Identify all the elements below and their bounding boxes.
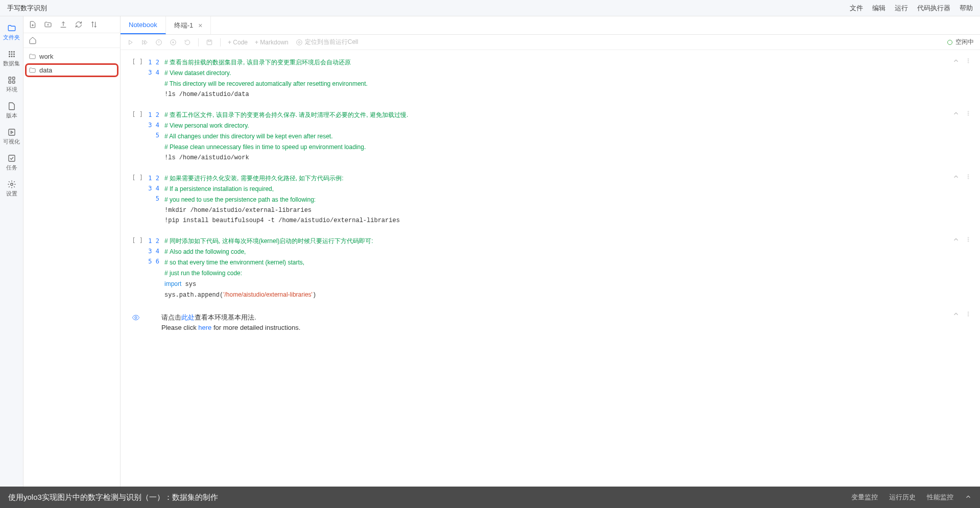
stop-icon[interactable] [155,39,162,46]
svg-point-27 [968,115,969,116]
collapse-icon[interactable] [952,110,960,117]
close-icon[interactable]: × [198,21,202,30]
svg-point-6 [9,56,10,57]
svg-rect-11 [9,81,11,84]
check-icon [7,154,16,163]
rail-item-grid[interactable]: 数据集 [0,45,23,71]
breadcrumb-home[interactable] [23,33,120,48]
tab-Notebook[interactable]: Notebook [121,16,166,34]
more-icon[interactable] [965,110,972,117]
run-icon[interactable] [127,39,134,46]
svg-point-36 [968,313,969,315]
line-numbers: 1 2 3 4 5 [146,173,164,226]
kernel-status-text: 空闲中 [955,38,974,46]
refresh-icon[interactable] [75,20,83,29]
bottom-var-monitor[interactable]: 变量监控 [851,493,878,502]
file-item-data[interactable]: data [26,64,118,77]
svg-rect-14 [9,155,15,161]
interrupt-icon[interactable] [170,39,177,46]
rail-item-doc[interactable]: 版本 [0,98,23,124]
new-folder-icon[interactable] [44,20,52,29]
rail-label: 环境 [6,86,17,93]
tabbar: Notebook终端-1× [121,16,980,35]
svg-point-0 [9,51,10,53]
cell-code[interactable]: # 查看当前挂载的数据集目录, 该目录下的变更重启环境后会自动还原 # View… [164,57,975,100]
sort-icon[interactable] [90,20,98,29]
rail-item-check[interactable]: 任务 [0,150,23,176]
svg-rect-9 [9,77,11,80]
svg-rect-12 [12,81,15,84]
notebook-toolbar: + Code + Markdown 定位到当前运行Cell 空闲中 [121,35,980,50]
grid-icon [7,50,16,59]
svg-rect-19 [207,40,211,44]
collapse-icon[interactable] [952,236,960,243]
doc-icon [7,102,16,111]
code-cell[interactable]: [ ]1 2 3 4# 查看当前挂载的数据集目录, 该目录下的变更重启环境后会自… [126,57,975,100]
menu-run[interactable]: 运行 [895,4,908,13]
svg-point-18 [173,41,174,42]
svg-point-25 [968,111,969,112]
restart-icon[interactable] [184,39,191,46]
new-file-icon[interactable] [29,20,37,29]
svg-point-24 [968,62,969,63]
svg-point-31 [968,237,969,238]
left-rail: 文件夹数据集环境版本可视化任务设置 [0,16,23,508]
file-name: work [39,53,53,60]
code-cell[interactable]: [ ]1 2 3 4 5# 如果需要进行持久化安装, 需要使用持久化路径, 如下… [126,173,975,226]
line-numbers: 1 2 3 4 [146,57,164,100]
collapse-icon[interactable] [952,173,960,180]
play-icon [7,128,16,137]
rail-item-folder[interactable]: 文件夹 [0,19,23,45]
file-name: data [39,66,52,74]
more-icon[interactable] [965,236,972,243]
svg-point-7 [11,56,12,57]
toolbar-separator [198,38,199,46]
kernel-status-dot [947,40,952,45]
collapse-icon[interactable] [952,310,960,318]
rail-label: 数据集 [3,60,20,67]
svg-point-29 [968,176,969,177]
code-cell[interactable]: [ ]1 2 3 4 5# 查看工作区文件, 该目录下的变更将会持久保存. 请及… [126,110,975,163]
apps-icon [7,76,16,85]
menu-executor[interactable]: 代码执行器 [917,4,950,13]
chevron-up-icon[interactable] [965,493,972,502]
rail-item-apps[interactable]: 环境 [0,71,23,98]
cell-code[interactable]: # 如果需要进行持久化安装, 需要使用持久化路径, 如下方代码示例: # If … [164,173,975,226]
add-code-button[interactable]: + Code [228,39,248,46]
goto-running-cell[interactable]: 定位到当前运行Cell [296,38,358,46]
more-icon[interactable] [965,173,972,180]
collapse-icon[interactable] [952,57,960,64]
menu-help[interactable]: 帮助 [960,4,973,13]
file-item-work[interactable]: work [23,50,120,63]
code-cell[interactable]: [ ]1 2 3 4 5 6# 同时添加如下代码, 这样每次环境(kernel)… [126,236,975,300]
gear-icon [7,180,16,189]
upload-icon[interactable] [59,20,67,29]
toolbar-separator [220,38,221,46]
bottom-perf-monitor[interactable]: 性能监控 [927,493,953,502]
cell-prompt: [ ] [126,57,146,100]
rail-item-gear[interactable]: 设置 [0,176,23,202]
bottom-run-history[interactable]: 运行历史 [889,493,916,502]
md-link-1[interactable]: 此处 [181,313,195,321]
run-all-icon[interactable] [141,39,148,46]
cell-code[interactable]: # 查看工作区文件, 该目录下的变更将会持久保存. 请及时清理不必要的文件, 避… [164,110,975,163]
svg-point-1 [11,51,12,53]
add-markdown-button[interactable]: + Markdown [255,39,289,46]
tab-终端-1[interactable]: 终端-1× [166,16,211,34]
bottom-bar: 使用yolo3实现图片中的数字检测与识别（一）：数据集的制作 变量监控 运行历史… [0,487,980,508]
cell-code[interactable]: # 同时添加如下代码, 这样每次环境(kernel)启动的时候只要运行下方代码即… [164,236,975,300]
file-panel: workdata [23,16,121,508]
md-link-2[interactable]: here [198,324,211,331]
save-icon[interactable] [206,39,213,46]
menu-file[interactable]: 文件 [850,4,863,13]
svg-point-20 [296,39,302,45]
more-icon[interactable] [965,310,972,318]
svg-point-8 [13,56,15,57]
rail-label: 任务 [6,164,17,172]
svg-point-35 [968,312,969,313]
menu-edit[interactable]: 编辑 [872,4,886,13]
rail-item-play[interactable]: 可视化 [0,124,23,150]
markdown-cell[interactable]: 请点击此处查看本环境基本用法.Please click here for mor… [126,310,975,335]
rail-label: 版本 [6,112,17,119]
more-icon[interactable] [965,57,972,64]
